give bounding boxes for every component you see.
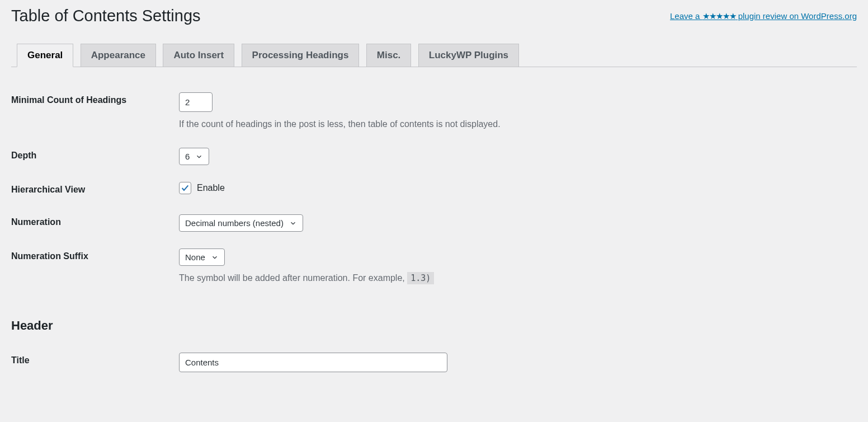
tab-bar: General Appearance Auto Insert Processin… [11,38,857,67]
minimal-count-input[interactable] [179,92,213,112]
numeration-label: Numeration [11,206,173,240]
numeration-suffix-select[interactable]: None [179,248,225,266]
chevron-down-icon [289,219,297,227]
review-prefix: Leave a [670,11,702,21]
review-suffix: plugin review on WordPress.org [736,11,857,21]
header-section-heading: Header [11,318,851,333]
tab-appearance[interactable]: Appearance [81,44,156,67]
hierarchical-label: Hierarchical View [11,174,173,206]
title-label: Title [11,344,173,381]
hierarchical-checkbox-label: Enable [197,183,225,193]
tab-luckywp-plugins[interactable]: LuckyWP Plugins [418,44,519,67]
tab-general[interactable]: General [17,44,73,67]
check-icon [181,184,190,193]
title-input[interactable] [179,353,447,372]
review-link[interactable]: Leave a ★★★★★ plugin review on WordPress… [670,11,857,21]
tab-processing-headings[interactable]: Processing Headings [242,44,360,67]
chevron-down-icon [195,153,203,161]
depth-value: 6 [185,152,190,161]
minimal-count-label: Minimal Count of Headings [11,84,173,139]
minimal-count-description: If the count of headings in the post is … [179,118,851,131]
numeration-suffix-code: 1.3) [407,272,434,284]
review-stars: ★★★★★ [702,11,736,21]
hierarchical-checkbox[interactable] [179,182,191,194]
tab-auto-insert[interactable]: Auto Insert [163,44,234,67]
depth-label: Depth [11,139,173,174]
chevron-down-icon [211,254,219,261]
numeration-value: Decimal numbers (nested) [185,218,284,228]
numeration-suffix-description: The symbol will be added after numeratio… [179,271,851,285]
settings-form: Minimal Count of Headings If the count o… [11,84,857,381]
numeration-suffix-label: Numeration Suffix [11,240,173,293]
tab-misc[interactable]: Misc. [366,44,412,67]
numeration-suffix-value: None [185,252,205,262]
numeration-select[interactable]: Decimal numbers (nested) [179,214,303,232]
page-title: Table of Contents Settings [11,6,201,27]
depth-select[interactable]: 6 [179,148,209,165]
